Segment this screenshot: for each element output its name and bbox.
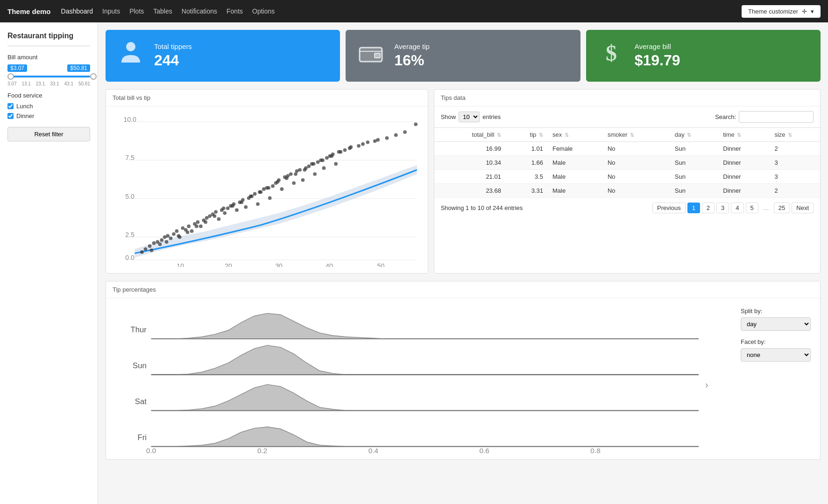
col-smoker[interactable]: smoker ⇅ [603,128,670,142]
page-2-button[interactable]: 2 [702,203,715,213]
table-cell: Sun [670,156,719,170]
bill-amount-label: Bill amount [7,54,90,61]
facet-by-group: Facet by: none day time sex smoker [741,338,811,362]
checkbox-lunch[interactable]: Lunch [7,103,90,110]
table-cell: 3 [770,156,820,170]
svg-text:20: 20 [225,262,232,267]
col-time[interactable]: time ⇅ [718,128,770,142]
svg-point-54 [253,192,257,196]
svg-point-41 [214,210,218,214]
facet-by-select[interactable]: none day time sex smoker [741,348,811,362]
svg-point-69 [298,168,302,172]
reset-filter-button[interactable]: Reset filter [7,127,90,141]
col-tip[interactable]: tip ⇅ [506,128,548,142]
table-cell: 10.34 [434,156,506,170]
kpi-average-bill-text: Average bill $19.79 [635,42,680,69]
checkbox-lunch-label: Lunch [16,103,33,110]
svg-point-35 [196,220,200,224]
table-cell: Dinner [718,142,770,156]
search-input[interactable] [739,111,814,123]
svg-point-95 [186,231,190,234]
sort-icon-size: ⇅ [788,132,792,138]
table-header-row: total_bill ⇅ tip ⇅ sex ⇅ smoker ⇅ day ⇅ … [434,128,820,142]
page-1-button[interactable]: 1 [687,203,700,213]
svg-point-51 [244,205,248,209]
slider-thumb-right[interactable] [90,73,97,80]
page-25-button[interactable]: 25 [774,203,790,213]
svg-point-96 [195,224,198,228]
nav-item-tables[interactable]: Tables [152,6,173,17]
nav-item-plots[interactable]: Plots [128,6,145,17]
table-body: 16.991.01FemaleNoSunDinner210.341.66Male… [434,142,820,198]
checkbox-dinner[interactable]: Dinner [7,112,90,119]
slider-track[interactable] [7,76,90,77]
sat-density [151,385,699,411]
nav-item-options[interactable]: Options [251,6,276,17]
svg-point-42 [217,217,221,221]
col-total-bill[interactable]: total_bill ⇅ [434,128,506,142]
slider-thumb-left[interactable] [7,73,14,80]
svg-point-48 [235,208,239,212]
thur-density [151,314,699,339]
svg-point-114 [357,144,361,148]
svg-text:0.2: 0.2 [257,447,267,455]
split-by-label: Split by: [741,308,811,315]
col-size[interactable]: size ⇅ [770,128,820,142]
table-cell: Sun [670,184,719,198]
svg-point-116 [376,138,380,142]
checkbox-lunch-input[interactable] [7,103,14,109]
table-cell: 21.01 [434,170,506,184]
svg-point-98 [213,214,217,218]
data-table: total_bill ⇅ tip ⇅ sex ⇅ smoker ⇅ day ⇅ … [434,127,820,198]
slider-min-label: $3.07 [7,64,27,72]
table-head: total_bill ⇅ tip ⇅ sex ⇅ smoker ⇅ day ⇅ … [434,128,820,142]
page-5-button[interactable]: 5 [746,203,758,213]
svg-point-91 [150,248,154,252]
nav-item-inputs[interactable]: Inputs [101,6,121,17]
scatter-panel: Total bill vs tip 10.0 7.5 5.0 2.5 0.0 [106,89,428,273]
svg-point-66 [289,172,293,176]
svg-text:50: 50 [377,262,385,267]
density-title: Tip percentages [106,281,820,298]
svg-point-0 [126,42,135,51]
svg-point-20 [148,244,152,248]
svg-point-89 [414,122,418,126]
tick-6: 50.81 [78,81,90,86]
kpi-average-tip-text: Average tip 16% [394,42,430,69]
col-sex[interactable]: sex ⇅ [548,128,603,142]
kpi-average-tip-value: 16% [394,52,430,69]
checkbox-dinner-input[interactable] [7,113,14,119]
page-next-button[interactable]: Next [792,203,814,213]
svg-text:10.0: 10.0 [123,116,136,123]
pagination-row: Showing 1 to 10 of 244 entries Previous … [434,198,820,218]
svg-text:Sun: Sun [133,361,147,370]
col-day[interactable]: day ⇅ [670,128,719,142]
table-title: Tips data [434,90,820,106]
kpi-card-average-bill: $ Average bill $19.79 [586,30,821,82]
sort-icon-total-bill: ⇅ [497,132,501,138]
svg-point-100 [231,204,234,208]
svg-text:Fri: Fri [137,433,147,442]
entries-label: entries [482,113,501,120]
page-prev-button[interactable]: Previous [652,203,686,213]
entries-select[interactable]: 10 25 50 [459,112,480,122]
pagination-info: Showing 1 to 10 of 244 entries [441,204,523,211]
split-by-select[interactable]: day time sex smoker [741,317,811,331]
kpi-row: Total tippers 244 Average tip 16% [106,30,821,82]
svg-point-107 [294,172,297,176]
nav-item-fonts[interactable]: Fonts [226,6,244,17]
svg-point-102 [249,195,253,198]
page-3-button[interactable]: 3 [716,203,729,213]
svg-point-83 [343,148,347,152]
svg-point-25 [166,234,170,238]
table-cell: Male [548,156,603,170]
search-box: Search: [715,111,814,123]
app-brand: Theme demo [7,7,51,15]
nav-item-notifications[interactable]: Notifications [181,6,218,17]
table-row: 23.683.31MaleNoSunDinner2 [434,184,820,198]
svg-point-94 [177,234,180,238]
page-4-button[interactable]: 4 [731,203,743,213]
kpi-total-tippers-value: 244 [154,52,192,69]
nav-item-dashboard[interactable]: Dashboard [60,6,94,17]
theme-customizer-button[interactable]: Theme customizer ✛ ▾ [742,5,821,18]
